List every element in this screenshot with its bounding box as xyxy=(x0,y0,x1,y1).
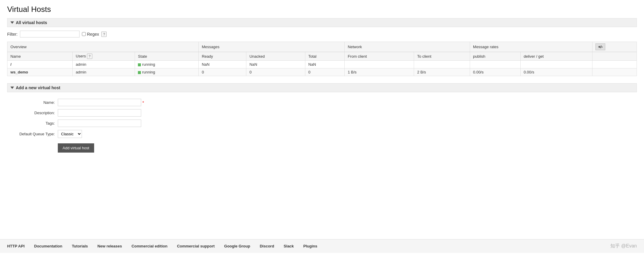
cell-ready: NaN xyxy=(199,61,246,68)
footer-link-commercial-support[interactable]: Commercial support xyxy=(177,244,214,248)
table-row: ws_demoadminrunning0001 B/s2 B/s0.00/s0.… xyxy=(7,68,637,76)
cell-deliver-get xyxy=(520,61,592,68)
cell-name[interactable]: / xyxy=(7,61,73,68)
col-state: State xyxy=(135,52,199,61)
col-users: Users ? xyxy=(73,52,135,61)
footer-link-new-releases[interactable]: New releases xyxy=(97,244,122,248)
cell-deliver-get: 0.00/s xyxy=(520,68,592,76)
cell-action xyxy=(592,68,637,76)
queue-type-select[interactable]: Classic Quorum xyxy=(58,130,82,138)
cell-from-client xyxy=(345,61,414,68)
cell-total: 0 xyxy=(305,68,345,76)
name-required-star: * xyxy=(142,100,144,105)
col-from-client: From client xyxy=(345,52,414,61)
filter-label: Filter: xyxy=(7,32,18,37)
vhosts-table: Overview Messages Network Message rates … xyxy=(7,42,637,76)
plus-minus-button[interactable]: +/- xyxy=(595,43,606,50)
filter-help-icon[interactable]: ? xyxy=(101,32,107,37)
table-group-header-row: Overview Messages Network Message rates … xyxy=(7,42,637,52)
description-row: Description: xyxy=(7,109,637,117)
queue-type-label: Default Queue Type: xyxy=(7,132,55,136)
cell-users: admin xyxy=(73,61,135,68)
col-unacked: Unacked xyxy=(246,52,305,61)
all-vhosts-toggle[interactable]: All virtual hosts xyxy=(7,18,637,27)
add-vhost-form: Name: * Description: Tags: Default Queue… xyxy=(7,96,637,156)
collapse-icon xyxy=(10,21,14,24)
description-label: Description: xyxy=(7,111,55,115)
footer-link-http-api[interactable]: HTTP API xyxy=(7,244,25,248)
cell-name[interactable]: ws_demo xyxy=(7,68,73,76)
group-overview: Overview xyxy=(7,42,199,52)
page-title: Virtual Hosts xyxy=(7,5,637,14)
footer-link-tutorials[interactable]: Tutorials xyxy=(72,244,88,248)
table-col-header-row: Name Users ? State Ready Unacked Total F… xyxy=(7,52,637,61)
regex-checkbox[interactable] xyxy=(82,32,86,36)
footer-link-commercial-edition[interactable]: Commercial edition xyxy=(131,244,167,248)
status-dot xyxy=(138,63,141,66)
watermark: 知乎 @Evan xyxy=(610,243,637,249)
cell-users: admin xyxy=(73,68,135,76)
filter-row: Filter: Regex ? xyxy=(7,31,637,37)
collapse-icon-add xyxy=(10,87,14,89)
footer-link-documentation[interactable]: Documentation xyxy=(34,244,63,248)
group-messages: Messages xyxy=(199,42,345,52)
name-row: Name: * xyxy=(7,99,637,106)
tags-input[interactable] xyxy=(58,120,141,127)
footer: HTTP API Documentation Tutorials New rel… xyxy=(0,239,644,253)
cell-to-client: 2 B/s xyxy=(414,68,470,76)
all-vhosts-label: All virtual hosts xyxy=(16,20,47,25)
col-to-client: To client xyxy=(414,52,470,61)
name-label: Name: xyxy=(7,100,55,105)
table-row: /adminrunningNaNNaNNaN xyxy=(7,61,637,68)
cell-state: running xyxy=(135,61,199,68)
regex-label[interactable]: Regex xyxy=(82,32,99,37)
add-vhost-toggle[interactable]: Add a new virtual host xyxy=(7,83,637,92)
tags-row: Tags: xyxy=(7,120,637,127)
footer-link-slack[interactable]: Slack xyxy=(284,244,294,248)
cell-ready: 0 xyxy=(199,68,246,76)
col-actions xyxy=(592,52,637,61)
group-network: Network xyxy=(345,42,470,52)
add-vhost-button[interactable]: Add virtual host xyxy=(58,143,94,153)
footer-link-discord[interactable]: Discord xyxy=(260,244,274,248)
filter-input[interactable] xyxy=(20,31,80,37)
cell-publish: 0.00/s xyxy=(470,68,521,76)
add-vhost-label: Add a new virtual host xyxy=(16,85,60,90)
col-ready: Ready xyxy=(199,52,246,61)
cell-publish xyxy=(470,61,521,68)
plus-minus-cell[interactable]: +/- xyxy=(592,42,637,52)
cell-state: running xyxy=(135,68,199,76)
col-publish: publish xyxy=(470,52,521,61)
status-dot xyxy=(138,71,141,74)
col-name: Name xyxy=(7,52,73,61)
col-deliver-get: deliver / get xyxy=(520,52,592,61)
footer-link-google-group[interactable]: Google Group xyxy=(224,244,250,248)
cell-total: NaN xyxy=(305,61,345,68)
group-message-rates: Message rates xyxy=(470,42,592,52)
description-input[interactable] xyxy=(58,109,141,117)
add-vhost-section: Add a new virtual host Name: * Descripti… xyxy=(7,83,637,156)
col-total: Total xyxy=(305,52,345,61)
cell-action xyxy=(592,61,637,68)
all-vhosts-section: All virtual hosts Filter: Regex ? Overvi… xyxy=(7,18,637,76)
cell-unacked: NaN xyxy=(246,61,305,68)
queue-type-row: Default Queue Type: Classic Quorum xyxy=(7,130,637,138)
footer-link-plugins[interactable]: Plugins xyxy=(303,244,317,248)
tags-label: Tags: xyxy=(7,121,55,126)
cell-to-client xyxy=(414,61,470,68)
users-help-icon[interactable]: ? xyxy=(87,54,92,59)
name-input[interactable] xyxy=(58,99,141,106)
cell-unacked: 0 xyxy=(246,68,305,76)
cell-from-client: 1 B/s xyxy=(345,68,414,76)
